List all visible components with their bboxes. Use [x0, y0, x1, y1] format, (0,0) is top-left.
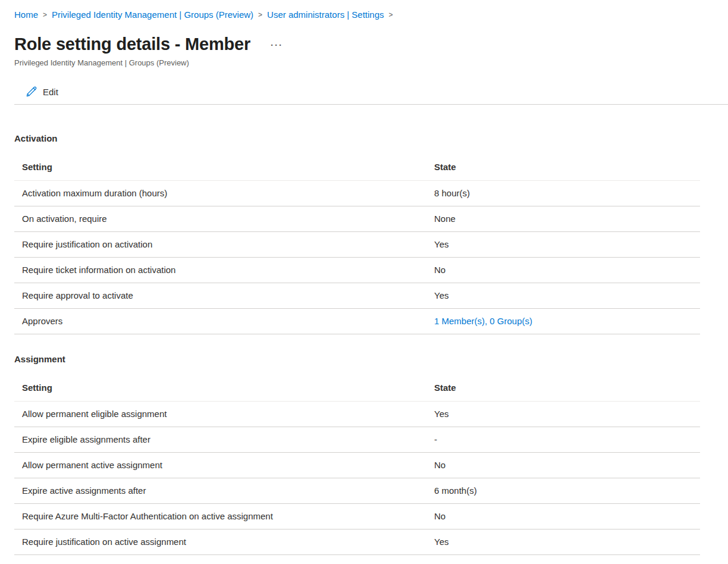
- table-row: Approvers 1 Member(s), 0 Group(s): [14, 309, 700, 334]
- table-header-row: Setting State: [14, 365, 700, 402]
- table-row: Require Azure Multi-Factor Authenticatio…: [14, 504, 700, 529]
- setting-cell: Require justification on active assignme…: [14, 529, 434, 555]
- state-cell: Yes: [434, 232, 700, 258]
- table-row: Allow permanent active assignment No: [14, 453, 700, 478]
- column-header-state: State: [434, 145, 700, 181]
- table-row: Expire eligible assignments after -: [14, 427, 700, 453]
- activation-section: Activation Setting State Activation maxi…: [0, 133, 728, 334]
- assignment-settings-table: Setting State Allow permanent eligible a…: [14, 365, 700, 555]
- table-row: Allow permanent eligible assignment Yes: [14, 402, 700, 427]
- breadcrumb-item-home[interactable]: Home: [14, 10, 38, 20]
- pencil-icon: [26, 86, 37, 98]
- setting-cell: Require ticket information on activation: [14, 258, 434, 283]
- column-header-setting: Setting: [14, 365, 434, 402]
- state-cell: No: [434, 504, 700, 529]
- table-row: Require justification on active assignme…: [14, 529, 700, 555]
- state-cell: No: [434, 258, 700, 283]
- state-cell: 6 month(s): [434, 478, 700, 504]
- state-cell: No: [434, 453, 700, 478]
- breadcrumb: Home>Privileged Identity Management | Gr…: [0, 0, 728, 21]
- setting-cell: Allow permanent active assignment: [14, 453, 434, 478]
- state-cell: 8 hour(s): [434, 181, 700, 206]
- title-row: Role setting details - Member ···: [14, 34, 714, 54]
- breadcrumb-item-pim-groups[interactable]: Privileged Identity Management | Groups …: [52, 10, 253, 20]
- breadcrumb-separator-icon: >: [389, 11, 393, 19]
- setting-cell: Require Azure Multi-Factor Authenticatio…: [14, 504, 434, 529]
- setting-cell: Activation maximum duration (hours): [14, 181, 434, 206]
- table-row: Require justification on activation Yes: [14, 232, 700, 258]
- assignment-section: Assignment Setting State Allow permanent…: [0, 353, 728, 555]
- table-header-row: Setting State: [14, 145, 700, 181]
- toolbar: Edit: [14, 80, 728, 105]
- edit-button-label: Edit: [43, 87, 58, 97]
- setting-cell: Allow permanent eligible assignment: [14, 402, 434, 427]
- table-row: Require ticket information on activation…: [14, 258, 700, 283]
- setting-cell: Approvers: [14, 309, 434, 334]
- table-row: On activation, require None: [14, 206, 700, 232]
- state-cell: Yes: [434, 529, 700, 555]
- page-title: Role setting details - Member: [14, 34, 250, 54]
- state-cell: Yes: [434, 402, 700, 427]
- setting-cell: On activation, require: [14, 206, 434, 232]
- setting-cell: Require justification on activation: [14, 232, 434, 258]
- state-cell: None: [434, 206, 700, 232]
- table-row: Activation maximum duration (hours) 8 ho…: [14, 181, 700, 206]
- page-subtitle: Privileged Identity Management | Groups …: [14, 58, 714, 68]
- edit-button[interactable]: Edit: [22, 84, 62, 100]
- table-row: Require approval to activate Yes: [14, 283, 700, 309]
- breadcrumb-separator-icon: >: [43, 11, 47, 19]
- setting-cell: Expire active assignments after: [14, 478, 434, 504]
- activation-section-heading: Activation: [14, 133, 714, 145]
- state-cell: -: [434, 427, 700, 453]
- breadcrumb-separator-icon: >: [258, 11, 262, 19]
- column-header-setting: Setting: [14, 145, 434, 181]
- breadcrumb-item-user-administrators-settings[interactable]: User administrators | Settings: [267, 10, 384, 20]
- more-options-button[interactable]: ···: [268, 39, 285, 51]
- setting-cell: Require approval to activate: [14, 283, 434, 309]
- activation-settings-table: Setting State Activation maximum duratio…: [14, 145, 700, 334]
- state-cell: Yes: [434, 283, 700, 309]
- column-header-state: State: [434, 365, 700, 402]
- setting-cell: Expire eligible assignments after: [14, 427, 434, 453]
- approvers-link[interactable]: 1 Member(s), 0 Group(s): [434, 316, 532, 326]
- assignment-section-heading: Assignment: [14, 353, 714, 365]
- role-setting-details-page: Home>Privileged Identity Management | Gr…: [0, 0, 728, 555]
- state-cell: 1 Member(s), 0 Group(s): [434, 309, 700, 334]
- table-row: Expire active assignments after 6 month(…: [14, 478, 700, 504]
